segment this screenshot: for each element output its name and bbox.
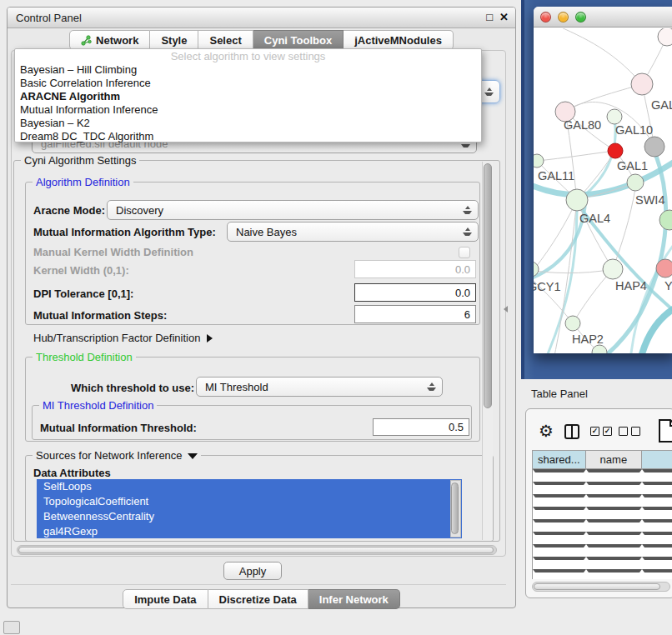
table-cell: YPR145W bbox=[586, 507, 642, 510]
tab-select[interactable]: Select bbox=[198, 30, 253, 50]
table-cell: YBR043C bbox=[533, 494, 586, 498]
attributes-scrollbar-thumb[interactable] bbox=[451, 482, 459, 534]
table-row[interactable]: YPR145WYPR145W9. bbox=[533, 507, 672, 519]
expand-right-icon bbox=[207, 334, 213, 342]
mi-type-value: Naive Bayes bbox=[236, 226, 297, 238]
network-node-gal11[interactable] bbox=[534, 154, 544, 168]
table-row[interactable]: YDL19...YDL19...13 bbox=[533, 469, 672, 482]
network-node[interactable] bbox=[592, 345, 607, 353]
tab-network[interactable]: Network bbox=[69, 30, 150, 50]
network-node-swi4[interactable] bbox=[627, 174, 644, 191]
cyni-bottom-tabs: Impute DataDiscretize DataInfer Network bbox=[7, 589, 516, 609]
tab-impute-data[interactable]: Impute Data bbox=[123, 589, 208, 609]
select-all-icon[interactable]: ✓✓ bbox=[590, 427, 612, 436]
network-node-gal1[interactable] bbox=[608, 143, 623, 158]
network-node[interactable] bbox=[658, 28, 672, 46]
table-cell: YBR043C bbox=[586, 494, 642, 498]
table-cell: YPR145W bbox=[533, 507, 586, 510]
mi-steps-field[interactable]: 6 bbox=[354, 305, 476, 323]
network-node[interactable] bbox=[659, 210, 672, 230]
close-panel-icon[interactable]: ✕ bbox=[499, 11, 509, 23]
table-row[interactable]: YER054CYER054C8. bbox=[533, 519, 672, 532]
dpi-tolerance-field[interactable]: 0.0 bbox=[354, 283, 476, 302]
network-node-gal10[interactable] bbox=[607, 109, 622, 124]
float-panel-icon[interactable]: □ bbox=[486, 11, 493, 23]
column-header-2[interactable] bbox=[642, 451, 672, 468]
hub-section-toggle[interactable]: Hub/Transcription Factor Definition bbox=[33, 332, 213, 344]
network-node-label: GAL11 bbox=[538, 169, 574, 182]
close-window-button[interactable] bbox=[540, 12, 551, 22]
network-node-hap4[interactable] bbox=[603, 259, 623, 279]
which-threshold-value: MI Threshold bbox=[205, 381, 268, 393]
algorithm-option[interactable]: Mutual Information Inference bbox=[15, 103, 481, 117]
network-node-gal4[interactable] bbox=[566, 189, 588, 211]
algorithm-option[interactable]: Bayesian – K2 bbox=[15, 117, 481, 130]
network-node-label: GCY1 bbox=[534, 280, 561, 293]
minimized-panel-icon[interactable] bbox=[3, 621, 20, 634]
settings-vertical-scrollbar-thumb[interactable] bbox=[484, 163, 492, 408]
table-horizontal-scrollbar-thumb[interactable] bbox=[534, 583, 660, 590]
algorithm-option[interactable]: Bayesian – Hill Climbing bbox=[15, 63, 481, 77]
table-cell: YDL19... bbox=[586, 469, 642, 472]
tab-jactivemnodules[interactable]: jActiveMNodules bbox=[344, 30, 454, 50]
app: Control Panel □ ✕ NetworkStyleSelectCyni… bbox=[0, 0, 672, 635]
tab-infer-network[interactable]: Infer Network bbox=[308, 589, 400, 609]
table-cell bbox=[642, 544, 672, 548]
minimize-window-button[interactable] bbox=[558, 12, 569, 22]
zoom-window-button[interactable] bbox=[575, 12, 586, 22]
control-panel-titlebar[interactable]: Control Panel □ ✕ bbox=[8, 8, 515, 28]
attribute-item[interactable]: BetweennessCentrality bbox=[37, 509, 462, 524]
attribute-item[interactable]: gal4RGexp bbox=[37, 524, 462, 538]
network-node-y[interactable] bbox=[656, 259, 672, 278]
threshold-definition-legend: Threshold Definition bbox=[33, 351, 136, 363]
tab-label: Select bbox=[209, 34, 241, 47]
mi-threshold-field[interactable]: 0.5 bbox=[373, 418, 469, 436]
column-header-name[interactable]: name bbox=[586, 451, 642, 468]
document-icon[interactable] bbox=[658, 418, 672, 447]
hub-section-label: Hub/Transcription Factor Definition bbox=[33, 332, 200, 344]
table-cell: YER054C bbox=[533, 519, 586, 522]
attribute-item[interactable]: SelfLoops bbox=[37, 479, 462, 494]
table-row[interactable]: YDR27...YDR27...12 bbox=[533, 482, 672, 494]
column-header-shared-[interactable]: shared... bbox=[533, 451, 586, 468]
network-node[interactable] bbox=[644, 137, 664, 157]
mi-type-combo[interactable]: Naive Bayes bbox=[227, 222, 479, 242]
network-canvas[interactable]: GAL2GAL80GAL10GAL1SWI4GAL11GAL4GCY1HAP4Y… bbox=[534, 28, 672, 353]
tab-cyni-toolbox[interactable]: Cyni Toolbox bbox=[253, 30, 344, 50]
attribute-item[interactable]: TopologicalCoefficient bbox=[37, 494, 462, 509]
sources-legend-row[interactable]: Sources for Network Inference bbox=[33, 449, 201, 462]
table-cell: YLR345W bbox=[586, 557, 642, 560]
algorithm-option[interactable]: Dream8 DC_TDC Algorithm bbox=[15, 130, 481, 143]
deselect-all-icon[interactable] bbox=[619, 427, 640, 436]
table-cell: 12 bbox=[642, 482, 672, 485]
settings-gear-icon[interactable]: ⚙ bbox=[539, 422, 554, 440]
table-cell: 9. bbox=[642, 557, 672, 560]
kernel-width-field[interactable]: 0.0 bbox=[354, 260, 476, 278]
split-columns-icon[interactable] bbox=[564, 423, 580, 443]
tab-discretize-data[interactable]: Discretize Data bbox=[208, 589, 308, 609]
settings-horizontal-scrollbar-thumb[interactable] bbox=[18, 547, 494, 553]
table-row[interactable]: YLR345WYLR345W9. bbox=[533, 557, 672, 569]
table-row[interactable]: YBL079WYBL079W bbox=[533, 544, 672, 557]
which-threshold-label: Which threshold to use: bbox=[71, 382, 194, 394]
apply-button[interactable]: Apply bbox=[223, 562, 282, 580]
algorithm-option[interactable]: Basic Correlation Inference bbox=[15, 77, 481, 90]
table-row[interactable]: YBR045CYBR045C9. bbox=[533, 532, 672, 544]
data-attributes-list[interactable]: SelfLoopsTopologicalCoefficientBetweenne… bbox=[37, 479, 462, 538]
data-attributes-label: Data Attributes bbox=[33, 467, 111, 479]
network-node-gal2[interactable] bbox=[631, 73, 653, 95]
network-node-hap2[interactable] bbox=[565, 316, 580, 331]
splitter-collapse-icon[interactable] bbox=[504, 306, 508, 312]
table-row[interactable]: YBR043CYBR043C bbox=[533, 494, 672, 507]
aracne-mode-combo[interactable]: Discovery bbox=[107, 200, 479, 220]
which-threshold-combo[interactable]: MI Threshold bbox=[196, 377, 443, 397]
table-row[interactable]: YIL052CYIL052C0. bbox=[533, 569, 672, 579]
network-window-titlebar[interactable] bbox=[534, 7, 672, 28]
sources-legend: Sources for Network Inference bbox=[36, 449, 183, 462]
manual-kernel-checkbox[interactable] bbox=[459, 247, 470, 258]
table-cell: YDL19... bbox=[533, 469, 586, 472]
network-edge bbox=[565, 84, 642, 112]
tab-style[interactable]: Style bbox=[150, 30, 198, 50]
algorithm-option[interactable]: ARACNE Algorithm bbox=[15, 90, 481, 103]
table-panel-title: Table Panel bbox=[531, 388, 588, 400]
